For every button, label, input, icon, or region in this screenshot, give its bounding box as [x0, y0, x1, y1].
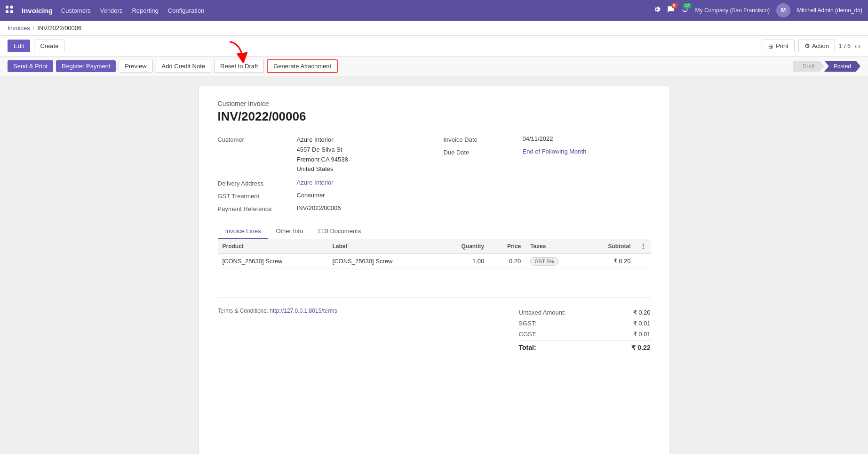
nav-links: Customers Vendors Reporting Configuratio…	[61, 7, 645, 14]
settings-icon[interactable]	[653, 6, 661, 15]
invoice-lines-table: Product Label Quantity Price Taxes Subto…	[218, 239, 651, 269]
customer-label: Customer	[218, 135, 293, 143]
customer-value: Azure Interior 4557 De Silva St Fremont …	[297, 135, 425, 174]
sync-icon[interactable]: 12	[681, 6, 689, 15]
register-payment-button[interactable]: Register Payment	[56, 60, 116, 72]
invoice-tabs: Invoice Lines Other Info EDI Documents	[218, 224, 651, 239]
customer-field: Customer Azure Interior 4557 De Silva St…	[218, 135, 425, 174]
preview-button[interactable]: Preview	[119, 60, 152, 73]
page-navigation: 1 / 6 ‹ ›	[839, 42, 860, 50]
nav-customers[interactable]: Customers	[61, 7, 91, 14]
svg-rect-1	[10, 6, 13, 8]
address-line2: Fremont CA 94538	[297, 155, 425, 165]
chat-badge: 5	[671, 3, 677, 8]
invoice-card: Customer Invoice INV/2022/00006 Customer…	[199, 86, 669, 454]
payment-reference-value: INV/2022/00006	[297, 204, 425, 211]
add-credit-note-button[interactable]: Add Credit Note	[156, 60, 212, 73]
due-date-field: Due Date End of Following Month	[444, 148, 651, 156]
untaxed-amount-row: Untaxed Amount: ₹ 0.20	[519, 307, 651, 318]
nav-arrows: ‹ ›	[854, 42, 860, 50]
total-row: Total: ₹ 0.22	[519, 340, 651, 353]
total-label: Total:	[519, 344, 536, 351]
main-content: Customer Invoice INV/2022/00006 Customer…	[0, 76, 868, 454]
due-date-value[interactable]: End of Following Month	[523, 148, 651, 155]
col-menu: ⋮	[636, 239, 651, 254]
invoice-date-field: Invoice Date 04/11/2022	[444, 135, 651, 143]
nav-configuration[interactable]: Configuration	[168, 7, 204, 14]
untaxed-amount-label: Untaxed Amount:	[519, 309, 566, 316]
cgst-row: CGST: ₹ 0.01	[519, 329, 651, 340]
edit-button[interactable]: Edit	[8, 40, 30, 52]
fields-grid: Customer Azure Interior 4557 De Silva St…	[218, 135, 651, 212]
user-avatar[interactable]: M	[776, 3, 790, 17]
breadcrumb: Invoices / INV/2022/00006	[0, 21, 868, 36]
sgst-row: SGST: ₹ 0.01	[519, 318, 651, 329]
sgst-label: SGST:	[519, 320, 537, 327]
nav-vendors[interactable]: Vendors	[100, 7, 123, 14]
cell-quantity: 1.00	[438, 254, 489, 269]
invoice-date-label: Invoice Date	[444, 135, 519, 143]
nav-reporting[interactable]: Reporting	[132, 7, 158, 14]
user-name: Mitchell Admin (demo_db)	[797, 7, 862, 14]
tab-invoice-lines[interactable]: Invoice Lines	[218, 224, 269, 239]
invoice-date-value: 04/11/2022	[523, 135, 651, 142]
customer-section: Customer Azure Interior 4557 De Silva St…	[218, 135, 425, 212]
sync-badge: 12	[683, 3, 692, 8]
terms-link[interactable]: http://127.0.0.1:8015/terms	[270, 308, 337, 314]
prev-arrow[interactable]: ‹	[854, 42, 857, 50]
next-arrow[interactable]: ›	[858, 42, 860, 50]
create-button[interactable]: Create	[34, 40, 64, 52]
due-date-label: Due Date	[444, 148, 519, 156]
invoice-type: Customer Invoice	[218, 100, 651, 107]
table-spacer	[218, 269, 651, 297]
page-info: 1 / 6	[839, 42, 851, 49]
delivery-address-field: Delivery Address Azure Interior	[218, 179, 425, 187]
tab-edi-documents[interactable]: EDI Documents	[311, 224, 368, 239]
printer-icon: 🖨	[768, 42, 774, 49]
col-subtotal: Subtotal	[585, 239, 636, 254]
tab-other-info[interactable]: Other Info	[268, 224, 311, 239]
svg-rect-2	[6, 10, 8, 13]
svg-rect-3	[10, 10, 13, 13]
svg-rect-0	[6, 6, 8, 8]
chat-icon[interactable]: 5	[667, 6, 675, 15]
action-bar: Edit Create 🖨 Print ⚙ Action 1 / 6 ‹ ›	[0, 36, 868, 57]
table-row: [CONS_25630] Screw [CONS_25630] Screw 1.…	[218, 254, 651, 269]
print-button[interactable]: 🖨 Print	[762, 40, 795, 52]
delivery-address-value[interactable]: Azure Interior	[297, 179, 425, 186]
cell-product: [CONS_25630] Screw	[218, 254, 328, 269]
terms-label: Terms & Conditions: http://127.0.0.1:801…	[218, 308, 337, 314]
cell-subtotal: ₹ 0.20	[585, 254, 636, 269]
breadcrumb-current: INV/2022/00006	[37, 24, 81, 32]
tax-badge: GST 5%	[530, 257, 558, 266]
customer-name[interactable]: Azure Interior	[297, 135, 425, 145]
invoice-number: INV/2022/00006	[218, 109, 651, 124]
cell-taxes: GST 5%	[526, 254, 585, 269]
app-name: Invoicing	[22, 7, 53, 15]
gst-treatment-label: GST Treatment	[218, 192, 293, 200]
cell-price: 0.20	[489, 254, 526, 269]
payment-reference-field: Payment Reference INV/2022/00006	[218, 204, 425, 212]
col-taxes: Taxes	[526, 239, 585, 254]
gst-treatment-field: GST Treatment Consumer	[218, 192, 425, 200]
payment-reference-label: Payment Reference	[218, 204, 293, 212]
status-flow: Draft Posted	[793, 61, 860, 72]
terms-section: Terms & Conditions: http://127.0.0.1:801…	[218, 307, 337, 353]
delivery-address-label: Delivery Address	[218, 179, 293, 187]
reset-to-draft-button[interactable]: Reset to Draft	[214, 60, 264, 73]
address-line3: United States	[297, 164, 425, 174]
status-draft: Draft	[793, 61, 824, 72]
generate-attachment-button[interactable]: Generate Attachment	[267, 59, 338, 73]
total-value: ₹ 0.22	[631, 344, 650, 351]
secondary-bar: Send & Print Register Payment Preview Ad…	[0, 57, 868, 76]
grid-icon[interactable]: ​	[6, 6, 13, 15]
cgst-value: ₹ 0.01	[633, 331, 651, 338]
table-header-row: Product Label Quantity Price Taxes Subto…	[218, 239, 651, 254]
dates-section: Invoice Date 04/11/2022 Due Date End of …	[444, 135, 651, 212]
action-button[interactable]: ⚙ Action	[798, 40, 835, 52]
company-name: My Company (San Francisco)	[695, 7, 770, 14]
col-price: Price	[489, 239, 526, 254]
nav-right: 5 12 My Company (San Francisco) M Mitche…	[653, 3, 862, 17]
send-print-button[interactable]: Send & Print	[8, 60, 53, 72]
breadcrumb-parent[interactable]: Invoices	[8, 24, 30, 32]
